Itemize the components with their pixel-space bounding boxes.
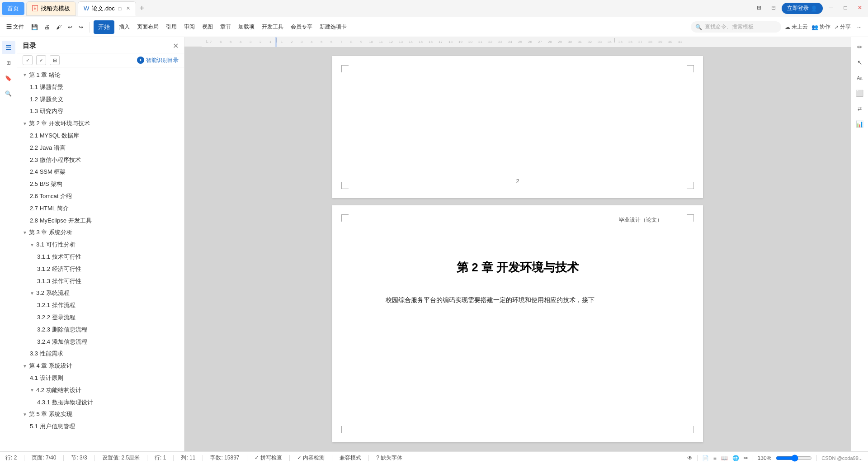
toc-item-4-2[interactable]: ▼ 4.2 功能结构设计 — [17, 384, 184, 397]
toc-grid-btn[interactable]: ⊞ — [50, 55, 60, 65]
win-layout-btn[interactable]: ⊞ — [753, 3, 765, 13]
toc-item-label: 第 5 章 系统实现 — [29, 410, 72, 419]
status-view-read[interactable]: 📖 — [721, 455, 728, 461]
login-button[interactable]: 立即登录 👤 — [782, 3, 823, 14]
right-cursor-btn[interactable]: ↖ — [854, 56, 866, 69]
toc-item-3-2-2[interactable]: 3.2.2 登录流程 — [17, 312, 184, 324]
toc-item-ch2[interactable]: ▼ 第 2 章 开发环境与技术 — [17, 118, 184, 130]
sidebar-toc-btn[interactable]: ☰ — [2, 41, 15, 54]
toc-item-3-2-4[interactable]: 3.2.4 添加信息流程 — [17, 336, 184, 348]
doc-tab-restore[interactable]: □ — [118, 6, 122, 11]
toc-item-1-1[interactable]: 1.1 课题背景 — [17, 81, 184, 94]
status-div-9 — [332, 455, 332, 461]
maximize-btn[interactable]: □ — [839, 3, 852, 13]
more-btn[interactable]: ··· — [854, 20, 864, 34]
toc-item-3-1-1[interactable]: 3.1.1 技术可行性 — [17, 251, 184, 263]
right-shape-btn[interactable]: ⬜ — [854, 87, 866, 99]
toc-item-3-1-3[interactable]: 3.1.3 操作可行性 — [17, 275, 184, 288]
svg-text:15: 15 — [419, 40, 423, 44]
svg-text:1: 1 — [269, 40, 272, 44]
close-btn[interactable]: ✕ — [854, 3, 866, 13]
share-btn[interactable]: ↗ 分享 — [834, 23, 851, 31]
file-menu-btn[interactable]: ☰ 文件 — [4, 20, 27, 34]
toc-item-3-1[interactable]: ▼ 3.1 可行性分析 — [17, 239, 184, 251]
sidebar-search-btn[interactable]: 🔍 — [2, 87, 15, 100]
status-view-web[interactable]: 🌐 — [732, 455, 739, 461]
win-grid-btn[interactable]: ⊟ — [767, 3, 780, 13]
toc-item-2-7[interactable]: 2.7 HTML 简介 — [17, 203, 184, 215]
status-view-normal[interactable]: 📄 — [702, 455, 709, 461]
toc-item-2-6[interactable]: 2.6 Tomcat 介绍 — [17, 190, 184, 203]
tab-template[interactable]: 🅆 找稻壳模板 — [26, 1, 76, 16]
tab-review-btn[interactable]: 审阅 — [181, 20, 198, 34]
add-tab-button[interactable]: + — [136, 4, 148, 13]
toc-check2-btn[interactable]: ✓ — [36, 55, 46, 65]
tab-page-layout-btn[interactable]: 页面布局 — [134, 20, 161, 34]
format-brush-btn[interactable]: 🖌 — [53, 20, 64, 34]
tab-newtab-btn[interactable]: 新建选项卡 — [317, 20, 349, 34]
zoom-slider[interactable] — [776, 455, 812, 462]
tab-view-btn[interactable]: 视图 — [199, 20, 216, 34]
tab-member-btn[interactable]: 会员专享 — [288, 20, 315, 34]
toc-item-ch4[interactable]: ▼ 第 4 章 系统设计 — [17, 360, 184, 372]
toc-item-ch1[interactable]: ▼ 第 1 章 绪论 — [17, 69, 184, 81]
minimize-btn[interactable]: ─ — [825, 3, 837, 13]
toc-item-3-2-3[interactable]: 3.2.3 删除信息流程 — [17, 324, 184, 336]
toc-item-2-4[interactable]: 2.4 SSM 框架 — [17, 166, 184, 178]
status-spell[interactable]: ✓ 拼写检查 — [255, 454, 282, 462]
tab-insert-btn[interactable]: 插入 — [116, 20, 132, 34]
right-pen-btn[interactable]: ✏ — [854, 41, 866, 53]
toc-item-4-3-1[interactable]: 4.3.1 数据库物理设计 — [17, 397, 184, 409]
corner-br-p3 — [687, 426, 694, 433]
tab-reference-btn[interactable]: 引用 — [163, 20, 179, 34]
status-content-check[interactable]: ✓ 内容检测 — [297, 454, 325, 462]
toc-item-5-1[interactable]: 5.1 用户信息管理 — [17, 421, 184, 433]
status-view-edit[interactable]: ✏ — [744, 455, 748, 461]
undo-btn[interactable]: ↩ — [65, 20, 75, 34]
toc-close-btn[interactable]: ✕ — [173, 42, 179, 50]
smart-toc-btn[interactable]: ✦ 智能识别目录 — [137, 57, 179, 64]
doc-tab-close[interactable]: ✕ — [126, 5, 130, 11]
collab-btn[interactable]: 👥 协作 — [811, 23, 830, 31]
toc-item-3-1-2[interactable]: 3.1.2 经济可行性 — [17, 263, 184, 275]
tab-home[interactable]: 首页 — [2, 2, 24, 15]
toc-item-1-2[interactable]: 1.2 课题意义 — [17, 94, 184, 106]
toc-item-2-5[interactable]: 2.5 B/S 架构 — [17, 178, 184, 190]
tab-dev-btn[interactable]: 开发工具 — [259, 20, 286, 34]
toc-item-2-3[interactable]: 2.3 微信小程序技术 — [17, 154, 184, 166]
toc-toolbar: ✓ ✓ ⊞ ✦ 智能识别目录 — [17, 53, 184, 67]
search-box[interactable]: 🔍 查找命令、搜索模板 — [691, 21, 781, 33]
toc-item-3-2[interactable]: ▼ 3.2 系统流程 — [17, 287, 184, 299]
share-icon: ↗ — [834, 24, 839, 30]
chapter-2-body[interactable]: 校园综合服务平台的编码实现需要搭建一定的环境和使用相应的技术，接下 — [332, 294, 703, 306]
tab-start-btn[interactable]: 开始 — [94, 20, 114, 34]
tab-chapter-btn[interactable]: 章节 — [217, 20, 234, 34]
status-eye-btn[interactable]: 👁 — [687, 455, 693, 461]
toc-item-ch3[interactable]: ▼ 第 3 章 系统分析 — [17, 227, 184, 239]
toc-check-btn[interactable]: ✓ — [23, 55, 33, 65]
status-view-outline[interactable]: ≡ — [713, 455, 717, 461]
chapter-2-title[interactable]: 第 2 章 开发环境与技术 — [332, 260, 703, 275]
doc-scroll-area[interactable]: 2 毕业设计（论文） 第 2 章 开发环境与技术 校园综合服务平台的编码实现需要… — [184, 47, 851, 451]
right-translate-btn[interactable]: ⇄ — [854, 102, 866, 115]
toc-item-ch5[interactable]: ▼ 第 5 章 系统实现 — [17, 408, 184, 421]
save-btn[interactable]: 💾 — [28, 20, 41, 34]
tab-addon-btn[interactable]: 加载项 — [236, 20, 257, 34]
toc-item-4-1[interactable]: 4.1 设计原则 — [17, 372, 184, 384]
toc-item-3-2-1[interactable]: 3.2.1 操作流程 — [17, 299, 184, 312]
right-chart-btn[interactable]: 📊 — [854, 118, 866, 130]
print-btn[interactable]: 🖨 — [42, 20, 52, 34]
toc-item-2-2[interactable]: 2.2 Java 语言 — [17, 142, 184, 154]
toc-item-2-8[interactable]: 2.8 MyEclipse 开发工具 — [17, 215, 184, 227]
tab-doc[interactable]: W 论文.doc □ ✕ — [78, 1, 136, 16]
sidebar-bookmark-btn[interactable]: 🔖 — [2, 71, 15, 85]
toc-item-1-3[interactable]: 1.3 研究内容 — [17, 105, 184, 118]
cloud-btn[interactable]: ☁ 未上云 — [785, 23, 808, 31]
toc-item-2-1[interactable]: 2.1 MYSQL 数据库 — [17, 130, 184, 142]
right-style-btn[interactable]: Aa — [854, 71, 866, 84]
redo-btn[interactable]: ↪ — [76, 20, 86, 34]
status-div-8 — [289, 455, 290, 461]
sidebar-thumb-btn[interactable]: ⊞ — [2, 56, 15, 70]
toc-item-3-3[interactable]: 3.3 性能需求 — [17, 348, 184, 360]
svg-text:7: 7 — [340, 40, 343, 44]
